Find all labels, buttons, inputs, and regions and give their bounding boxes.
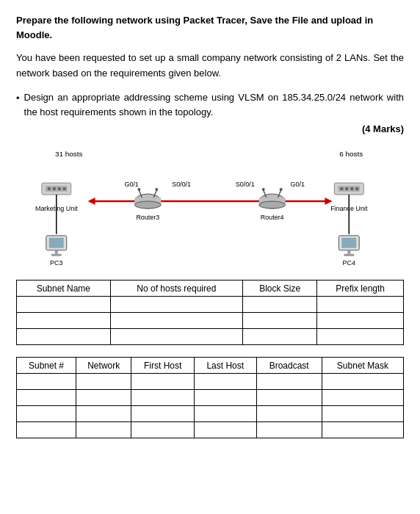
subnet-name-table-section: Subnet Name No of hosts required Block S… bbox=[16, 280, 404, 345]
cell bbox=[322, 374, 403, 390]
col-prefix-length: Prefix length bbox=[317, 280, 404, 297]
cell bbox=[110, 329, 242, 345]
svg-point-15 bbox=[259, 201, 286, 209]
cell bbox=[194, 390, 256, 406]
cell bbox=[131, 406, 195, 422]
pc3-icon bbox=[46, 236, 67, 256]
router4-label: Router4 bbox=[261, 214, 284, 221]
svg-point-19 bbox=[280, 188, 283, 191]
svg-point-8 bbox=[134, 201, 161, 209]
cell bbox=[317, 329, 404, 345]
table-row bbox=[17, 390, 404, 406]
svg-rect-27 bbox=[49, 238, 64, 248]
cell bbox=[17, 297, 111, 313]
table2-header-row: Subnet # Network First Host Last Host Br… bbox=[17, 358, 404, 374]
cell bbox=[322, 422, 403, 438]
col-broadcast: Broadcast bbox=[256, 358, 322, 374]
g01-left-label: G0/1 bbox=[124, 181, 138, 188]
cell bbox=[17, 329, 111, 345]
cell bbox=[256, 406, 322, 422]
cell bbox=[317, 313, 404, 329]
cell bbox=[194, 406, 256, 422]
left-arrow bbox=[88, 198, 95, 205]
table1-header-row: Subnet Name No of hosts required Block S… bbox=[17, 280, 404, 297]
network-svg: 31 hosts 6 hosts G0/1 S0/0/1 S0/0/1 G0/1… bbox=[16, 146, 404, 271]
svg-rect-23 bbox=[345, 187, 348, 190]
table-row bbox=[17, 406, 404, 422]
cell bbox=[76, 406, 131, 422]
page-header: Prepare the following network using Pack… bbox=[16, 13, 404, 42]
table-row bbox=[17, 313, 404, 329]
cell bbox=[76, 422, 131, 438]
right-arrow bbox=[325, 198, 332, 205]
g01-right-label: G0/1 bbox=[291, 181, 305, 188]
cell bbox=[17, 390, 76, 406]
svg-point-12 bbox=[155, 188, 158, 191]
s0001-right-label: S0/0/1 bbox=[236, 181, 255, 188]
hosts-31-label: 31 hosts bbox=[55, 150, 83, 158]
bullet-dot: • bbox=[16, 91, 20, 106]
s0001-left-label: S0/0/1 bbox=[172, 181, 191, 188]
marks-label: (4 Marks) bbox=[362, 123, 404, 134]
cell bbox=[322, 406, 403, 422]
svg-rect-24 bbox=[350, 187, 353, 190]
col-block-size: Block Size bbox=[242, 280, 316, 297]
pc4-label: PC4 bbox=[343, 259, 355, 267]
col-last-host: Last Host bbox=[194, 358, 256, 374]
cell bbox=[256, 422, 322, 438]
table-row bbox=[17, 329, 404, 345]
intro-paragraph: You have been requested to set up a smal… bbox=[16, 51, 404, 82]
svg-rect-2 bbox=[48, 187, 51, 190]
col-hosts-required: No of hosts required bbox=[110, 280, 242, 297]
router3-icon bbox=[134, 188, 161, 209]
svg-rect-4 bbox=[58, 187, 61, 190]
table-row bbox=[17, 374, 404, 390]
col-subnet-mask: Subnet Mask bbox=[322, 358, 403, 374]
col-network: Network bbox=[76, 358, 131, 374]
cell bbox=[242, 297, 316, 313]
pc3-label: PC3 bbox=[50, 259, 62, 267]
cell bbox=[110, 313, 242, 329]
svg-point-17 bbox=[262, 188, 265, 191]
hosts-6-label: 6 hosts bbox=[339, 150, 363, 158]
svg-rect-33 bbox=[344, 254, 354, 256]
bullet-section: • Design an appropriate addressing schem… bbox=[16, 90, 404, 135]
pc4-icon bbox=[338, 236, 359, 256]
cell bbox=[194, 374, 256, 390]
svg-rect-31 bbox=[341, 238, 356, 248]
cell bbox=[256, 374, 322, 390]
finance-switch-icon bbox=[334, 183, 363, 195]
cell bbox=[131, 374, 195, 390]
svg-point-10 bbox=[137, 188, 140, 191]
col-subnet-name: Subnet Name bbox=[17, 280, 111, 297]
table-row bbox=[17, 297, 404, 313]
subnet-detail-table: Subnet # Network First Host Last Host Br… bbox=[16, 357, 404, 438]
cell bbox=[17, 406, 76, 422]
bullet-body: Design an appropriate addressing scheme … bbox=[24, 92, 404, 118]
col-subnet-num: Subnet # bbox=[17, 358, 76, 374]
cell bbox=[242, 313, 316, 329]
subnet-name-table: Subnet Name No of hosts required Block S… bbox=[16, 280, 404, 345]
cell bbox=[76, 374, 131, 390]
router4-icon bbox=[259, 188, 286, 209]
cell bbox=[131, 390, 195, 406]
cell bbox=[17, 313, 111, 329]
marketing-switch-icon bbox=[42, 183, 71, 195]
svg-rect-5 bbox=[63, 187, 66, 190]
svg-rect-29 bbox=[51, 254, 62, 256]
network-diagram: 31 hosts 6 hosts G0/1 S0/0/1 S0/0/1 G0/1… bbox=[16, 146, 404, 271]
router3-label: Router3 bbox=[136, 214, 159, 221]
cell bbox=[76, 390, 131, 406]
col-first-host: First Host bbox=[131, 358, 195, 374]
subnet-detail-table-section: Subnet # Network First Host Last Host Br… bbox=[16, 357, 404, 438]
cell bbox=[194, 422, 256, 438]
cell bbox=[17, 422, 76, 438]
svg-rect-3 bbox=[53, 187, 56, 190]
svg-rect-25 bbox=[355, 187, 358, 190]
cell bbox=[317, 297, 404, 313]
svg-rect-22 bbox=[340, 187, 343, 190]
cell bbox=[110, 297, 242, 313]
bullet-text: Design an appropriate addressing scheme … bbox=[24, 90, 404, 121]
cell bbox=[242, 329, 316, 345]
cell bbox=[17, 374, 76, 390]
